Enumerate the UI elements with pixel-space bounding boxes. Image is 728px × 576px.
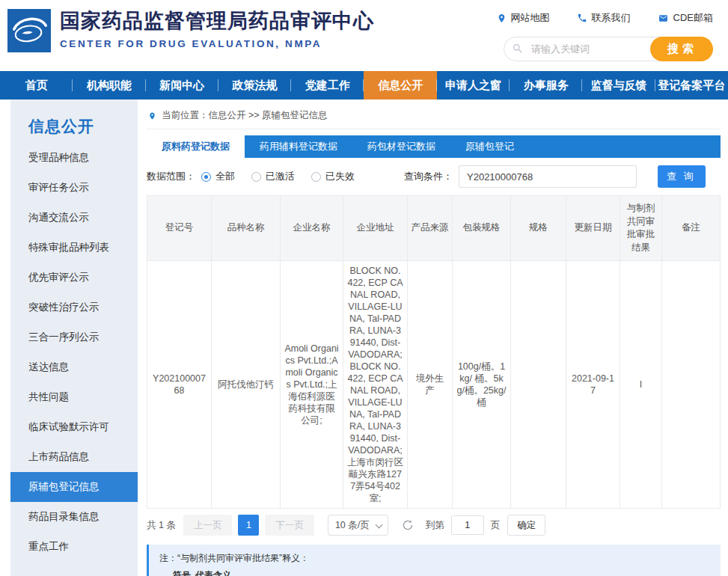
sidebar-title: 信息公开 xyxy=(10,99,138,143)
cell-joint-review-result: I xyxy=(620,261,662,509)
cde-logo xyxy=(7,9,51,52)
goto-page-unit: 页 xyxy=(491,519,501,532)
cde-mail-link[interactable]: CDE邮箱 xyxy=(658,11,713,25)
sidebar: 信息公开 受理品种信息 审评任务公示 沟通交流公示 特殊审批品种列表 优先审评公… xyxy=(10,99,138,576)
nav-item-services[interactable]: 办事服务 xyxy=(510,71,582,99)
sidebar-item-three-in-one[interactable]: 三合一序列公示 xyxy=(10,322,138,352)
query-label: 查询条件： xyxy=(404,170,453,183)
pagination-total: 共 1 条 xyxy=(147,519,176,532)
sidebar-item-marketed-drugs[interactable]: 上市药品信息 xyxy=(10,442,138,472)
nav-item-applicant-window[interactable]: 申请人之窗 xyxy=(437,71,510,99)
page: 国家药品监督管理局药品审评中心 CENTER FOR DRUG EVALUATI… xyxy=(0,0,728,576)
radio-expired[interactable]: 已失效 xyxy=(311,170,355,183)
radio-all-circle xyxy=(201,172,211,182)
tab-api-data[interactable]: 原料药登记数据 xyxy=(147,135,245,158)
cde-mail-link-label: CDE邮箱 xyxy=(673,11,713,25)
main-nav: 首页 机构职能 新闻中心 政策法规 党建工作 信息公开 申请人之窗 办事服务 监… xyxy=(0,71,728,99)
legend-table: 符号 代表含义 A 已批准在上市制剂使用的原料/辅料/包材。 I 尚未通过与制剂… xyxy=(159,569,710,576)
header-quick-links: 网站地图 联系我们 CDE邮箱 xyxy=(497,11,713,25)
sidebar-item-breakthrough-therapy[interactable]: 突破性治疗公示 xyxy=(10,292,138,322)
column-header-spec: 规格 xyxy=(511,196,566,261)
query-input[interactable] xyxy=(459,165,637,188)
radio-activated-label: 已激活 xyxy=(266,170,295,183)
sidebar-item-key-work[interactable]: 重点工作 xyxy=(10,532,138,562)
page-size-select[interactable]: 10 条/页 xyxy=(328,515,388,536)
radio-all[interactable]: 全部 xyxy=(201,170,235,183)
data-tabs: 原料药登记数据 药用辅料登记数据 药包材登记数据 原辅包登记 xyxy=(147,135,721,158)
breadcrumb-text: 当前位置：信息公开 >> 原辅包登记信息 xyxy=(162,109,328,122)
nav-item-registration-platform[interactable]: 登记备案平台 xyxy=(655,71,728,99)
radio-expired-circle xyxy=(311,172,321,182)
column-header-registration-number: 登记号 xyxy=(147,196,212,261)
map-pin-icon xyxy=(497,13,507,24)
cell-package-spec: 100g/桶。1kg/ 桶。5kg/桶。25kg/桶 xyxy=(453,261,511,509)
tab-excipients-data[interactable]: 药用辅料登记数据 xyxy=(245,135,352,158)
tab-registration[interactable]: 原辅包登记 xyxy=(450,135,529,158)
scope-label: 数据范围： xyxy=(147,170,195,183)
column-header-joint-review-result: 与制剂共同审批审批结果 xyxy=(620,196,662,261)
table-row: Y20210000768 阿托伐他汀钙 Amoli Organics Pvt.L… xyxy=(147,261,721,509)
column-header-update-date: 更新日期 xyxy=(566,196,620,261)
table-header-row: 登记号 品种名称 企业名称 企业地址 产品来源 包装规格 规格 更新日期 与制剂… xyxy=(147,196,721,261)
legend-note-title: 注：“与制剂共同审评审批结果”释义： xyxy=(159,551,710,566)
sitemap-link[interactable]: 网站地图 xyxy=(497,11,550,25)
nav-item-supervision-feedback[interactable]: 监督与反馈 xyxy=(582,71,655,99)
column-header-company-address: 企业地址 xyxy=(343,196,408,261)
contact-us-link[interactable]: 联系我们 xyxy=(577,11,631,25)
sidebar-item-special-approval-list[interactable]: 特殊审批品种列表 xyxy=(10,233,138,263)
sidebar-item-communication[interactable]: 沟通交流公示 xyxy=(10,203,138,233)
sidebar-item-review-tasks[interactable]: 审评任务公示 xyxy=(10,173,138,203)
radio-activated[interactable]: 已激活 xyxy=(251,170,295,183)
nav-item-info-disclosure[interactable]: 信息公开 xyxy=(364,71,436,99)
site-title-block: 国家药品监督管理局药品审评中心 CENTER FOR DRUG EVALUATI… xyxy=(60,10,374,49)
goto-page-input[interactable] xyxy=(451,515,484,535)
prev-page-button[interactable]: 上一页 xyxy=(183,515,233,536)
scope-radio-group: 全部 已激活 已失效 xyxy=(201,170,355,183)
tab-packaging-data[interactable]: 药包材登记数据 xyxy=(352,135,450,158)
phone-icon xyxy=(577,13,587,23)
search-button[interactable]: 搜索 xyxy=(650,37,713,61)
sidebar-item-common-issues[interactable]: 共性问题 xyxy=(10,382,138,412)
legend-header-row: 符号 代表含义 xyxy=(168,569,710,576)
page-body: 信息公开 受理品种信息 审评任务公示 沟通交流公示 特殊审批品种列表 优先审评公… xyxy=(0,99,728,576)
nav-item-policy[interactable]: 政策法规 xyxy=(218,71,291,99)
next-page-button[interactable]: 下一页 xyxy=(265,515,314,536)
nav-item-news[interactable]: 新闻中心 xyxy=(146,71,218,99)
nav-item-organization[interactable]: 机构职能 xyxy=(73,71,145,99)
cell-update-date: 2021-09-17 xyxy=(566,261,620,509)
sidebar-item-accepted-products[interactable]: 受理品种信息 xyxy=(10,143,138,173)
sidebar-item-priority-review[interactable]: 优先审评公示 xyxy=(10,263,138,292)
radio-all-label: 全部 xyxy=(215,170,235,183)
query-button[interactable]: 查 询 xyxy=(658,165,706,188)
sidebar-item-drug-catalog[interactable]: 药品目录集信息 xyxy=(10,502,138,532)
cell-spec xyxy=(511,261,566,509)
site-title-en: CENTER FOR DRUG EVALUATION, NMPA xyxy=(60,38,374,49)
page-size-value: 10 条/页 xyxy=(335,520,370,530)
column-header-product-source: 产品来源 xyxy=(408,196,453,261)
sidebar-item-apis-excipients-packaging[interactable]: 原辅包登记信息 xyxy=(10,472,138,502)
sidebar-item-delivery-info[interactable]: 送达信息 xyxy=(10,352,138,382)
cell-remark xyxy=(662,261,721,509)
pagination-bar: 共 1 条 上一页 1 下一页 10 条/页 到第 页 确定 xyxy=(147,515,721,536)
refresh-icon[interactable] xyxy=(402,519,414,531)
column-header-package-spec: 包装规格 xyxy=(453,196,511,261)
goto-confirm-button[interactable]: 确定 xyxy=(507,515,545,536)
nav-item-party-building[interactable]: 党建工作 xyxy=(291,71,364,99)
site-header: 国家药品监督管理局药品审评中心 CENTER FOR DRUG EVALUATI… xyxy=(0,0,728,71)
legend-note: 注：“与制剂共同审评审批结果”释义： 符号 代表含义 A 已批准在上市制剂使用的… xyxy=(147,545,721,576)
cde-logo-icon xyxy=(7,9,51,52)
sidebar-item-clinical-trial-license[interactable]: 临床试验默示许可 xyxy=(10,412,138,442)
radio-activated-circle xyxy=(251,172,261,182)
legend-header-meaning: 代表含义 xyxy=(195,569,231,576)
column-header-remark: 备注 xyxy=(662,196,721,261)
breadcrumb: 当前位置：信息公开 >> 原辅包登记信息 xyxy=(147,105,721,129)
current-page-button[interactable]: 1 xyxy=(238,515,259,536)
sitemap-link-label: 网站地图 xyxy=(511,11,550,25)
site-title-cn: 国家药品监督管理局药品审评中心 xyxy=(60,10,374,33)
column-header-company-name: 企业名称 xyxy=(281,196,343,261)
nav-item-home[interactable]: 首页 xyxy=(0,71,73,99)
radio-expired-label: 已失效 xyxy=(325,170,355,183)
search-icon xyxy=(512,43,524,58)
mail-icon xyxy=(658,13,669,23)
legend-header-symbol: 符号 xyxy=(168,569,195,576)
